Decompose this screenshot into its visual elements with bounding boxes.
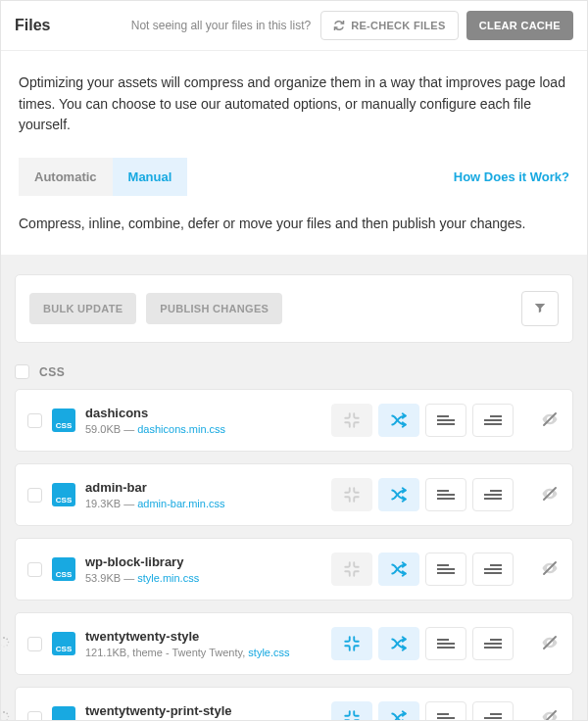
svg-point-13 xyxy=(0,719,1,720)
combine-option[interactable] xyxy=(378,478,419,511)
compress-icon xyxy=(343,486,361,504)
file-row: CSS admin-bar 19.3KB — admin-bar.min.css xyxy=(15,463,573,526)
compress-icon xyxy=(343,560,361,578)
file-row: CSS dashicons 59.0KB — dashicons.min.css xyxy=(15,389,573,452)
combine-icon xyxy=(390,560,408,578)
position-header-option[interactable] xyxy=(425,627,466,660)
row-options xyxy=(331,478,514,511)
combine-option[interactable] xyxy=(378,627,419,660)
file-link[interactable]: dashicons.min.css xyxy=(137,423,225,435)
file-name: twentytwenty-print-style xyxy=(85,703,323,718)
how-does-it-work-link[interactable]: How Does it Work? xyxy=(454,169,569,184)
publish-changes-button[interactable]: PUBLISH CHANGES xyxy=(146,293,282,324)
svg-point-1 xyxy=(6,638,8,640)
svg-point-3 xyxy=(7,645,8,646)
bars-icon xyxy=(437,413,455,427)
compress-option[interactable] xyxy=(331,553,372,586)
position-header-option[interactable] xyxy=(425,553,466,586)
combine-icon xyxy=(390,709,408,721)
row-checkbox[interactable] xyxy=(27,488,42,503)
bulk-update-button[interactable]: BULK UPDATE xyxy=(29,293,136,324)
svg-point-11 xyxy=(7,719,8,720)
file-type-badge: CSS xyxy=(52,706,75,721)
bars-icon xyxy=(437,488,455,502)
row-options xyxy=(331,701,514,721)
file-meta: 19.3KB — admin-bar.min.css xyxy=(85,498,323,509)
visibility-toggle[interactable] xyxy=(539,410,561,431)
filter-icon xyxy=(533,301,547,317)
recheck-label: RE-CHECK FILES xyxy=(351,20,445,31)
visibility-toggle[interactable] xyxy=(539,559,561,580)
compress-icon xyxy=(343,411,361,429)
page-title: Files xyxy=(15,17,50,34)
compress-option[interactable] xyxy=(331,478,372,511)
files-panel: BULK UPDATE PUBLISH CHANGES CSS CSS dash… xyxy=(1,255,587,721)
compress-option[interactable] xyxy=(331,404,372,437)
file-type-badge: CSS xyxy=(52,409,75,432)
group-header: CSS xyxy=(1,364,587,389)
visibility-toggle[interactable] xyxy=(539,634,561,654)
refresh-icon xyxy=(333,20,345,31)
file-link[interactable]: style.min.css xyxy=(137,572,199,584)
header: Files Not seeing all your files in this … xyxy=(1,1,587,51)
eye-off-icon xyxy=(541,708,559,721)
compress-icon xyxy=(343,709,361,721)
position-footer-option[interactable] xyxy=(472,701,514,721)
compress-option[interactable] xyxy=(331,627,372,660)
compress-icon xyxy=(343,635,361,652)
loading-spinner-icon xyxy=(0,637,10,651)
mode-tabs: Automatic Manual xyxy=(19,158,187,196)
position-footer-option[interactable] xyxy=(472,553,514,586)
combine-option[interactable] xyxy=(378,701,419,721)
position-footer-option[interactable] xyxy=(472,404,514,437)
row-checkbox[interactable] xyxy=(27,562,42,577)
position-footer-option[interactable] xyxy=(472,478,514,511)
row-options xyxy=(331,553,514,586)
svg-point-0 xyxy=(3,637,5,639)
bars-icon xyxy=(437,562,455,576)
clear-cache-label: CLEAR CACHE xyxy=(479,20,561,31)
position-header-option[interactable] xyxy=(425,478,466,511)
position-header-option[interactable] xyxy=(425,701,466,721)
filter-button[interactable] xyxy=(521,291,559,326)
recheck-files-button[interactable]: RE-CHECK FILES xyxy=(320,11,458,40)
file-link[interactable]: admin-bar.min.css xyxy=(137,498,224,509)
visibility-toggle[interactable] xyxy=(539,485,561,505)
svg-point-7 xyxy=(0,639,1,640)
position-header-option[interactable] xyxy=(425,404,466,437)
svg-point-8 xyxy=(3,711,5,713)
position-footer-option[interactable] xyxy=(472,627,514,660)
actions-bar: BULK UPDATE PUBLISH CHANGES xyxy=(15,274,573,343)
row-checkbox[interactable] xyxy=(27,413,42,428)
file-name: admin-bar xyxy=(85,480,323,495)
clear-cache-button[interactable]: CLEAR CACHE xyxy=(466,11,573,40)
file-meta: 59.0KB — dashicons.min.css xyxy=(85,423,323,435)
row-checkbox[interactable] xyxy=(27,711,42,721)
eye-off-icon xyxy=(541,410,559,431)
svg-point-4 xyxy=(3,646,4,647)
tab-automatic[interactable]: Automatic xyxy=(19,158,113,196)
eye-off-icon xyxy=(541,634,559,654)
file-name: wp-block-library xyxy=(85,554,323,569)
select-all-checkbox[interactable] xyxy=(15,364,29,379)
visibility-toggle[interactable] xyxy=(539,708,561,721)
eye-off-icon xyxy=(541,485,559,505)
file-type-badge: CSS xyxy=(52,483,75,506)
group-label: CSS xyxy=(39,365,65,379)
combine-option[interactable] xyxy=(378,404,419,437)
combine-icon xyxy=(390,411,408,429)
file-link[interactable]: style.css xyxy=(248,647,289,658)
file-row: CSS wp-block-library 53.9KB — style.min.… xyxy=(15,538,573,601)
file-name: dashicons xyxy=(85,406,323,420)
file-row: CSS twentytwenty-style 121.1KB, theme - … xyxy=(15,612,573,675)
combine-icon xyxy=(390,486,408,504)
row-options xyxy=(331,404,514,437)
compress-option[interactable] xyxy=(331,701,372,721)
bars-icon xyxy=(437,711,455,721)
file-meta: 121.1KB, theme - Twenty Twenty, style.cs… xyxy=(85,647,323,658)
loading-spinner-icon xyxy=(0,711,10,721)
combine-option[interactable] xyxy=(378,553,419,586)
bars-right-icon xyxy=(484,413,502,427)
row-checkbox[interactable] xyxy=(27,637,42,651)
tab-manual[interactable]: Manual xyxy=(113,158,188,196)
